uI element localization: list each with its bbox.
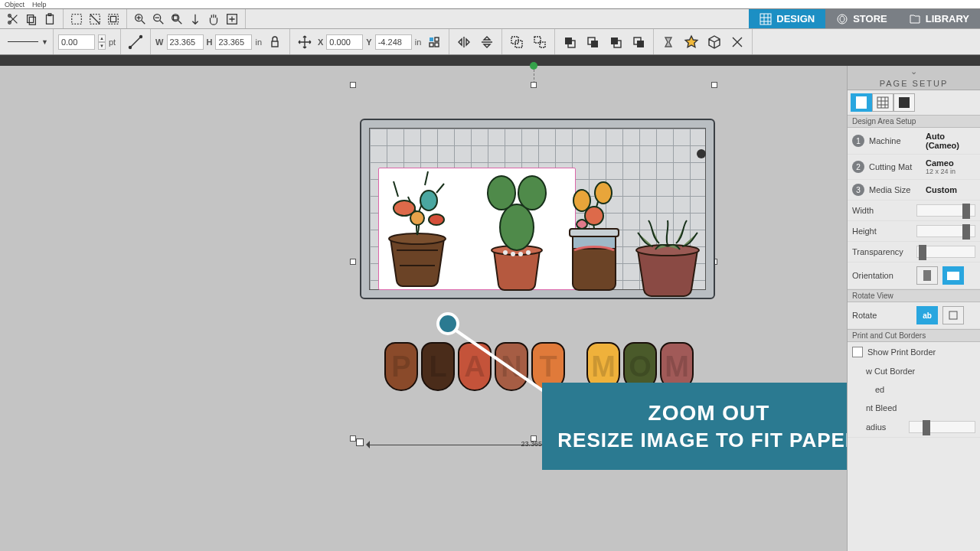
zoom-selection-icon[interactable]	[170, 12, 184, 26]
flip-vertical-icon[interactable]	[477, 32, 497, 52]
tab-library-label: LIBRARY	[926, 13, 969, 24]
stroke-unit: pt	[109, 37, 116, 47]
width-label: W	[155, 37, 163, 47]
stroke-width-spinner[interactable]: ▲▼	[98, 34, 106, 50]
line-style-dropdown[interactable]: ▼	[3, 29, 54, 54]
width-label: Width	[852, 206, 912, 215]
chk-cut-border[interactable]: w Cut Border	[848, 362, 980, 380]
svg-point-17	[129, 46, 132, 48]
handle-n[interactable]	[531, 82, 537, 88]
step-2-badge: 2	[852, 161, 864, 173]
send-backward-icon[interactable]	[606, 32, 626, 52]
line-endpoint-icon[interactable]	[126, 32, 145, 52]
orientation-label: Orientation	[852, 271, 912, 280]
orientation-landscape[interactable]	[942, 266, 964, 285]
chk-print-border[interactable]: Show Print Border	[848, 342, 980, 362]
row-bleed-partial: ed	[848, 380, 980, 399]
transparency-label: Transparency	[852, 247, 912, 256]
toolbar-properties: ▼ 0.00 ▲▼ pt W 23.365 H 23.365 in X 0.00…	[0, 29, 980, 55]
paste-icon[interactable]	[43, 12, 57, 26]
handle-sw[interactable]	[350, 435, 356, 442]
pan-icon[interactable]	[207, 12, 220, 26]
media-value: Custom	[926, 185, 975, 194]
handle-nw[interactable]	[350, 82, 356, 88]
svg-rect-3	[29, 17, 35, 24]
bring-front-icon[interactable]	[560, 32, 580, 52]
cut-icon[interactable]	[6, 12, 20, 26]
select-icon[interactable]	[70, 12, 83, 26]
tab-store[interactable]: STORE	[825, 9, 898, 28]
row-radius: adius	[848, 417, 980, 438]
svg-point-18	[140, 35, 142, 37]
y-input[interactable]: -4.248	[375, 34, 412, 50]
width-input[interactable]: 23.365	[167, 34, 204, 50]
flip-horizontal-icon[interactable]	[454, 32, 474, 52]
machine-value: Auto (Cameo)	[926, 132, 975, 150]
select-all-icon[interactable]	[106, 12, 120, 26]
mat-label: Cutting Mat	[869, 162, 921, 171]
row-media-size[interactable]: 3 Media Size Custom	[848, 180, 980, 201]
menu-help[interactable]: Help	[32, 0, 47, 8]
rotate-label: Rotate	[852, 311, 912, 320]
zoom-out-icon[interactable]	[152, 12, 165, 26]
rotate-handle[interactable]	[530, 62, 537, 70]
mode-reg-icon[interactable]	[893, 93, 915, 112]
svg-rect-8	[109, 14, 119, 24]
cube-icon[interactable]	[704, 32, 724, 52]
width-slider[interactable]	[916, 204, 975, 217]
mode-grid-icon[interactable]	[872, 93, 893, 112]
wh-unit: in	[255, 37, 262, 47]
svg-rect-9	[110, 16, 116, 21]
transparency-slider[interactable]	[916, 246, 975, 258]
ruler-strip	[0, 55, 980, 66]
rotate-0[interactable]: ab	[916, 306, 938, 324]
tab-design-label: DESIGN	[776, 13, 815, 24]
height-input[interactable]: 23.365	[215, 34, 252, 50]
menu-object[interactable]: Object	[5, 0, 24, 8]
row-print-bleed[interactable]: nt Bleed	[848, 399, 980, 417]
tab-design[interactable]: DESIGN	[749, 9, 825, 28]
svg-rect-20	[430, 37, 433, 41]
registration-icon[interactable]	[424, 32, 444, 52]
step-1-badge: 1	[852, 135, 864, 147]
canvas[interactable]: PLANTMOM 23.365 ZOOM OUT RESIZE IMAGE TO…	[0, 66, 847, 551]
star-tool-icon[interactable]	[681, 32, 701, 52]
x-input[interactable]: 0.000	[326, 34, 363, 50]
chk-label: w Cut Border	[866, 367, 915, 376]
zoom-in-icon[interactable]	[133, 12, 147, 26]
svg-rect-13	[174, 15, 178, 19]
step-3-badge: 3	[852, 184, 864, 196]
close-icon[interactable]	[727, 32, 747, 52]
mode-page-icon[interactable]	[851, 93, 872, 112]
send-back-icon[interactable]	[629, 32, 648, 52]
orientation-portrait[interactable]	[916, 266, 938, 285]
ungroup-icon[interactable]	[530, 32, 550, 52]
handle-ne[interactable]	[711, 82, 717, 88]
row-cutting-mat[interactable]: 2 Cutting Mat Cameo12 x 24 in	[848, 155, 980, 180]
bring-forward-icon[interactable]	[583, 32, 603, 52]
tab-library[interactable]: LIBRARY	[898, 9, 980, 28]
row-machine[interactable]: 1 Machine Auto (Cameo)	[848, 128, 980, 155]
chk-label: Show Print Border	[867, 347, 936, 357]
svg-rect-31	[591, 41, 598, 47]
panel-collapse-icon[interactable]: ⌄	[848, 66, 980, 77]
handle-w[interactable]	[350, 259, 356, 265]
fit-page-icon[interactable]	[188, 12, 202, 26]
deselect-icon[interactable]	[88, 12, 102, 26]
rotate-90[interactable]	[942, 306, 964, 324]
stroke-width-input[interactable]: 0.00	[58, 34, 95, 50]
height-slider[interactable]	[916, 225, 975, 237]
row-orientation: Orientation	[848, 262, 980, 289]
lock-aspect-icon[interactable]	[265, 32, 285, 52]
callout-line2: RESIZE IMAGE TO FIT PAPER	[557, 429, 860, 452]
move-icon[interactable]	[295, 32, 315, 52]
fit-window-icon[interactable]	[225, 12, 239, 26]
mat-load-arrow-icon	[697, 149, 706, 158]
weld-icon[interactable]	[658, 32, 678, 52]
radius-slider[interactable]	[909, 421, 975, 433]
copy-icon[interactable]	[24, 12, 38, 26]
group-icon[interactable]	[507, 32, 527, 52]
height-label: H	[207, 37, 213, 47]
panel-mode-tabs	[848, 90, 980, 115]
svg-rect-23	[435, 43, 439, 47]
